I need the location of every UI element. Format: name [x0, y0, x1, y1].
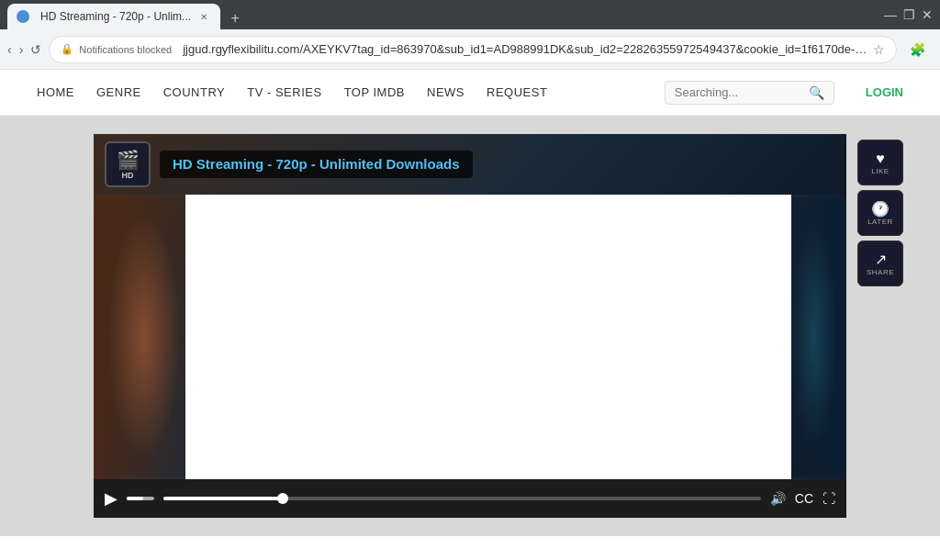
notification-blocked-label: Notifications blocked	[79, 44, 172, 55]
video-controls: ▶ 🔊 CC ⛶	[94, 479, 846, 518]
forward-button[interactable]: ›	[19, 37, 24, 62]
site-content: HOME GENRE COUNTRY TV - SERIES TOP IMDb …	[0, 70, 940, 560]
progress-bar[interactable]	[163, 497, 761, 500]
nav-news[interactable]: NEWS	[427, 85, 464, 99]
site-navigation: HOME GENRE COUNTRY TV - SERIES TOP IMDb …	[0, 70, 940, 116]
cc-icon[interactable]: CC	[795, 491, 813, 506]
extensions-icon[interactable]: 🧩	[904, 37, 930, 62]
clock-icon: 🕐	[871, 200, 890, 218]
title-bar: HD Streaming - 720p - Unlim... ✕ + — ❐ ✕	[0, 0, 940, 29]
volume-area	[127, 497, 154, 500]
fullscreen-icon[interactable]: ⛶	[822, 491, 835, 506]
hd-logo: 🎬 HD	[105, 141, 151, 187]
progress-fill	[163, 497, 283, 500]
nav-request[interactable]: REQUEST	[487, 85, 547, 99]
tab-close-button[interactable]: ✕	[196, 9, 211, 24]
later-button[interactable]: 🕐 LATER	[857, 190, 903, 236]
restore-button[interactable]: ❐	[903, 9, 914, 20]
download-icon[interactable]: ⬇	[934, 37, 940, 62]
video-title-box: HD Streaming - 720p - Unlimited Download…	[160, 151, 473, 178]
login-button[interactable]: LOGIN	[866, 85, 903, 99]
url-text: jjgud.rgyflexibilitu.com/AXEYKV7tag_id=8…	[183, 42, 867, 56]
share-icon: ↗	[875, 251, 887, 268]
back-button[interactable]: ‹	[7, 37, 12, 62]
tab-favicon	[17, 10, 29, 23]
url-bar[interactable]: 🔒 Notifications blocked jjgud.rgyflexibi…	[49, 36, 897, 63]
video-title: HD Streaming - 720p - Unlimited Download…	[173, 156, 460, 172]
like-label: LIKE	[871, 167, 889, 175]
play-button[interactable]: ▶	[105, 488, 118, 509]
window-controls: — ❐ ✕	[885, 9, 933, 20]
video-bg-right-glow	[791, 222, 837, 452]
search-bar[interactable]: 🔍	[665, 81, 834, 105]
address-bar: ‹ › ↺ 🔒 Notifications blocked jjgud.rgyf…	[0, 29, 940, 70]
browser-window: HD Streaming - 720p - Unlim... ✕ + — ❐ ✕…	[0, 0, 940, 560]
bookmark-icon[interactable]: ☆	[873, 42, 885, 57]
tab-area: HD Streaming - 720p - Unlim... ✕ +	[7, 0, 881, 29]
nav-top-imdb[interactable]: TOP IMDb	[344, 85, 405, 99]
video-white-area	[185, 195, 791, 479]
toolbar-icons: 🧩 ⬇ ⋮	[904, 37, 940, 62]
side-buttons: ♥ LIKE 🕐 LATER ↗ SHARE	[857, 140, 903, 286]
film-icon: 🎬	[117, 149, 140, 171]
nav-tv-series[interactable]: TV - SERIES	[247, 85, 321, 99]
nav-country[interactable]: COUNTRY	[163, 85, 226, 99]
volume-fill	[127, 497, 143, 500]
minimize-button[interactable]: —	[885, 9, 896, 20]
refresh-button[interactable]: ↺	[30, 37, 41, 62]
lock-icon: 🔒	[61, 43, 73, 55]
like-button[interactable]: ♥ LIKE	[857, 140, 903, 185]
page-background: 🎬 HD HD Streaming - 720p - Unlimited Dow…	[0, 116, 940, 536]
content-wrapper: 🎬 HD HD Streaming - 720p - Unlimited Dow…	[48, 134, 892, 518]
tab-title: HD Streaming - 720p - Unlim...	[40, 10, 191, 23]
video-bg-figure	[107, 213, 181, 461]
search-input[interactable]	[675, 85, 803, 99]
nav-genre[interactable]: GENRE	[96, 85, 141, 99]
later-label: LATER	[867, 218, 893, 226]
video-player[interactable]	[94, 195, 846, 479]
progress-thumb	[277, 493, 288, 504]
close-button[interactable]: ✕	[922, 9, 933, 20]
heart-icon: ♥	[876, 151, 885, 167]
share-button[interactable]: ↗ SHARE	[857, 241, 903, 286]
video-header: 🎬 HD HD Streaming - 720p - Unlimited Dow…	[94, 134, 846, 195]
share-label: SHARE	[867, 268, 894, 276]
browser-tab[interactable]: HD Streaming - 720p - Unlim... ✕	[7, 4, 220, 29]
volume-icon[interactable]: 🔊	[770, 491, 786, 506]
hd-label: HD	[122, 171, 134, 180]
new-tab-button[interactable]: +	[224, 7, 246, 29]
nav-home[interactable]: HOME	[37, 85, 74, 99]
search-icon[interactable]: 🔍	[809, 85, 824, 100]
video-wrapper: 🎬 HD HD Streaming - 720p - Unlimited Dow…	[94, 134, 846, 518]
volume-bar[interactable]	[127, 497, 154, 500]
